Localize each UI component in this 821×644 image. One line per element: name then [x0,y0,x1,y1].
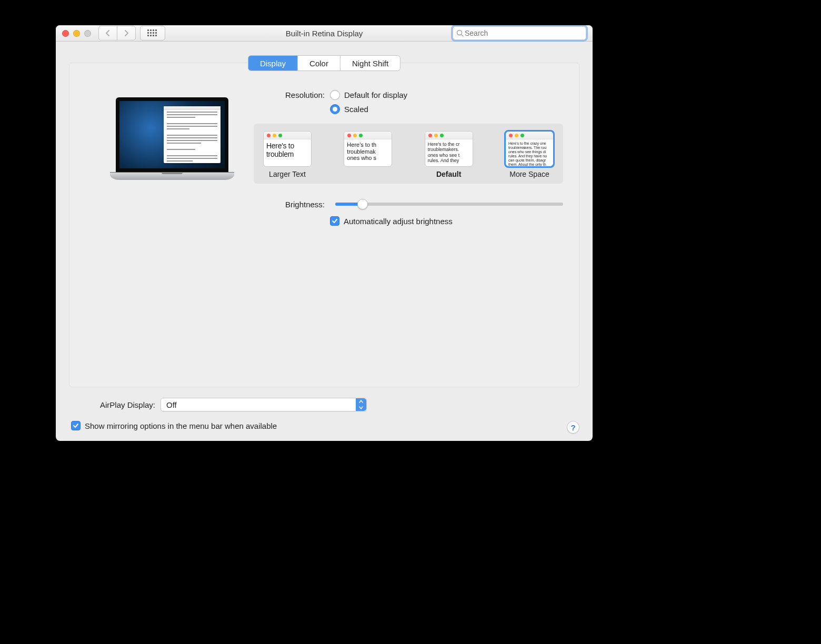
checkbox-icon [330,216,339,226]
svg-rect-8 [147,35,149,36]
svg-rect-1 [150,29,152,31]
resolution-picker: Here's to troublem Larger Text Here's to… [254,124,563,184]
back-button[interactable] [99,26,117,40]
svg-rect-5 [150,32,152,34]
brightness-label: Brightness: [259,199,330,209]
forward-button[interactable] [117,26,135,40]
tab-night-shift[interactable]: Night Shift [341,56,400,71]
search-field[interactable] [453,26,586,40]
radio-icon [330,104,340,114]
svg-rect-0 [147,29,149,31]
help-button[interactable]: ? [567,421,579,434]
zoom-button [84,30,91,37]
airplay-select[interactable]: Off [161,398,367,411]
svg-rect-6 [153,32,154,34]
slider-knob[interactable] [357,199,368,209]
svg-rect-2 [153,29,154,31]
tabbar: Display Color Night Shift [248,56,400,71]
search-input[interactable] [464,28,583,38]
auto-brightness-checkbox[interactable]: Automatically adjust brightness [330,216,563,226]
bottom-controls: AirPlay Display: Off Show mirroring opti… [69,398,579,430]
preferences-window: Built-in Retina Display Display Color Ni… [56,25,593,441]
svg-rect-10 [153,35,154,36]
resolution-option-larger-text[interactable]: Here's to troublem [263,131,312,167]
checkbox-icon [71,421,81,430]
resolution-option-label: Default [425,170,473,178]
svg-rect-3 [155,29,157,31]
svg-rect-4 [147,32,149,34]
device-preview [110,97,234,180]
resolution-option-default[interactable]: Here's to the cr troublemakers. ones who… [425,131,473,167]
traffic-lights [62,30,91,37]
svg-rect-11 [155,35,157,36]
resolution-option-label: More Space [505,170,554,178]
main-panel: Display Color Night Shift [69,63,579,387]
resolution-label: Resolution: [259,90,330,99]
show-all-button[interactable] [140,26,165,41]
tab-display[interactable]: Display [248,56,298,71]
select-value: Off [166,400,177,409]
radio-label: Scaled [344,105,368,114]
window-body: Display Color Night Shift [56,42,593,441]
close-button[interactable] [62,30,69,37]
svg-line-13 [462,35,464,37]
radio-icon [330,90,340,100]
svg-rect-7 [155,32,157,34]
search-icon [456,29,464,37]
svg-rect-9 [150,35,152,36]
minimize-button[interactable] [73,30,80,37]
radio-default-for-display[interactable]: Default for display [330,90,407,100]
checkbox-label: Automatically adjust brightness [344,217,453,226]
nav-segment [98,26,136,41]
select-stepper[interactable] [356,398,366,411]
tab-color[interactable]: Color [298,56,341,71]
radio-scaled[interactable]: Scaled [330,104,407,114]
checkbox-label: Show mirroring options in the menu bar w… [85,421,277,430]
radio-label: Default for display [344,90,407,99]
airplay-label: AirPlay Display: [71,400,155,409]
mirroring-checkbox[interactable]: Show mirroring options in the menu bar w… [71,421,577,430]
resolution-option-label: Larger Text [263,170,312,178]
brightness-slider[interactable] [335,203,563,206]
toolbar: Built-in Retina Display [56,25,593,42]
resolution-option-2[interactable]: Here's to th troublemak ones who s [344,131,392,167]
resolution-option-more-space[interactable]: Here's to the crazy one troublemakers. T… [505,131,554,167]
